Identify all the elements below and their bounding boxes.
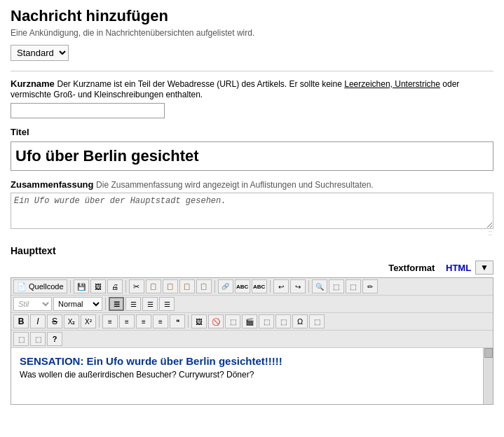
- toolbar-copy-btn[interactable]: 📋: [146, 279, 161, 293]
- accessibility-btn[interactable]: ⬚: [13, 332, 29, 346]
- spellcheck-icon: ABC: [236, 284, 248, 290]
- iframe-btn[interactable]: ⬚: [275, 314, 291, 328]
- type-dropdown-row: Standard: [11, 45, 493, 61]
- spellcheck2-icon: ABC: [253, 284, 265, 290]
- toolbar-row-2: Stil Normal ☰ ☰ ☰ ☰: [11, 296, 493, 313]
- format-select[interactable]: Normal: [53, 297, 102, 311]
- toolbar-sep-6: [105, 298, 106, 310]
- textformat-value: HTML: [446, 263, 471, 273]
- paste-word-icon: 📋: [200, 283, 207, 290]
- toolbar-sep-2: [125, 280, 126, 293]
- help-btn[interactable]: ?: [47, 332, 62, 346]
- zusammenfassung-label: Zusammenfassung: [11, 179, 93, 190]
- toolbar-redo-btn[interactable]: ↪: [290, 279, 306, 293]
- toolbar-resize-btn[interactable]: ⬚: [346, 279, 361, 293]
- cut-icon: ✂: [133, 282, 139, 291]
- toolbar-preview-btn[interactable]: 🖼: [90, 279, 106, 293]
- zusammenfassung-section: Zusammenfassung Die Zusammenfassung wird…: [11, 179, 493, 237]
- toolbar-replace-btn[interactable]: ⬚: [329, 279, 344, 293]
- type-dropdown[interactable]: Standard: [11, 45, 69, 61]
- flash-btn[interactable]: ⬚: [259, 314, 274, 328]
- toolbar-save-btn[interactable]: 💾: [74, 279, 89, 293]
- resize-icon: ⬚: [350, 283, 356, 291]
- haupttext-label: Haupttext: [11, 245, 493, 256]
- outdent-btn[interactable]: ≡: [136, 314, 151, 328]
- kurzname-desc: Der Kurzname ist ein Teil der Webadresse…: [11, 79, 459, 99]
- toolbar-cut-btn[interactable]: ✂: [129, 279, 144, 293]
- bold-btn[interactable]: B: [13, 314, 29, 328]
- kurzname-input[interactable]: [11, 103, 165, 118]
- toolbar-sep-8: [188, 315, 189, 328]
- toolbar-paste-text-btn[interactable]: 📋: [179, 279, 195, 293]
- editor-container: 📄 Quellcode 💾 🖼 🖨 ✂ 📋 📋 📋 📋 🔗 ABC ABC ↩: [11, 277, 493, 405]
- textformat-spacer: [439, 263, 442, 273]
- replace-icon: ⬚: [333, 283, 339, 291]
- style-select[interactable]: Stil: [13, 297, 52, 311]
- toolbar-undo-btn[interactable]: ↩: [273, 279, 289, 293]
- italic-btn[interactable]: I: [30, 314, 46, 328]
- ordered-list-btn[interactable]: ≡: [102, 314, 118, 328]
- zusammenfassung-note: Die Zusammenfassung wird angezeigt in Au…: [96, 180, 374, 190]
- quellcode-icon: 📄: [17, 282, 27, 291]
- toolbar-sep-1: [70, 280, 71, 293]
- edit-icon: ✏: [367, 283, 373, 291]
- specialchar-btn[interactable]: Ω: [292, 314, 308, 328]
- preview-icon: 🖼: [95, 283, 102, 291]
- resize-handle: ::: [11, 229, 493, 237]
- toolbar-spellcheck-btn[interactable]: ABC: [235, 279, 250, 293]
- toolbar-paste-word-btn[interactable]: 📋: [196, 279, 212, 293]
- media-btn[interactable]: 🎬: [242, 314, 257, 328]
- template-btn[interactable]: ⬚: [30, 332, 46, 346]
- find-icon: 🔍: [315, 283, 324, 291]
- align-justify-btn[interactable]: ☰: [159, 297, 175, 311]
- align-left-btn[interactable]: ☰: [109, 297, 124, 311]
- page-subtitle: Eine Ankündigung, die in Nachrichtenüber…: [11, 28, 493, 38]
- zusammenfassung-textarea[interactable]: Ein Ufo wurde über der Hauptstadt gesehe…: [11, 193, 493, 229]
- toolbar-link-btn[interactable]: 🔗: [218, 279, 233, 293]
- kurzname-label: Kurzname: [11, 78, 55, 89]
- editor-body: Was wollen die außerirdischen Besucher? …: [20, 370, 484, 380]
- textformat-dropdown-btn[interactable]: ▼: [475, 261, 493, 275]
- toolbar-row-3: B I S X₂ X² ≡ ≡ ≡ ≡ ❝ 🖼 🚫 ⬚ 🎬 ⬚ ⬚ Ω ⬚: [11, 313, 493, 331]
- pagebreak-btn[interactable]: ⬚: [309, 314, 325, 328]
- toolbar-edit-btn[interactable]: ✏: [362, 279, 378, 293]
- copy-icon: 📋: [149, 283, 157, 290]
- toolbar-paste-btn[interactable]: 📋: [163, 279, 178, 293]
- blockquote-btn[interactable]: ❝: [170, 314, 185, 328]
- zusammenfassung-label-row: Zusammenfassung Die Zusammenfassung wird…: [11, 179, 493, 190]
- indent-btn[interactable]: ≡: [153, 314, 168, 328]
- textformat-row: Textformat HTML ▼: [11, 261, 493, 275]
- haupttext-section: Haupttext Textformat HTML ▼ 📄 Quellcode …: [11, 245, 493, 405]
- page-container: Nachricht hinzufügen Eine Ankündigung, d…: [0, 0, 504, 412]
- divider: [11, 71, 493, 71]
- remove-format-btn[interactable]: 🚫: [208, 314, 224, 328]
- paste-icon: 📋: [166, 283, 174, 290]
- unordered-list-btn[interactable]: ≡: [119, 314, 135, 328]
- superscript-btn[interactable]: X²: [81, 314, 96, 328]
- table-btn[interactable]: ⬚: [225, 314, 240, 328]
- editor-wrapper: SENSATION: Ein Ufo wurde über Berlin ges…: [11, 348, 493, 404]
- align-center-btn[interactable]: ☰: [125, 297, 141, 311]
- align-right-btn[interactable]: ☰: [142, 297, 158, 311]
- titel-input[interactable]: [11, 141, 493, 171]
- image-btn[interactable]: 🖼: [191, 314, 207, 328]
- toolbar-spellcheck2-btn[interactable]: ABC: [252, 279, 267, 293]
- kurzname-section: Kurzname Der Kurzname ist ein Teil der W…: [11, 78, 493, 118]
- editor-scrollbar[interactable]: [483, 348, 493, 404]
- editor-content[interactable]: SENSATION: Ein Ufo wurde über Berlin ges…: [11, 348, 493, 404]
- quellcode-label: Quellcode: [29, 282, 64, 291]
- toolbar-find-btn[interactable]: 🔍: [312, 279, 327, 293]
- strikethrough-btn[interactable]: S: [47, 314, 62, 328]
- toolbar-print-btn[interactable]: 🖨: [107, 279, 123, 293]
- subscript-btn[interactable]: X₂: [64, 314, 79, 328]
- titel-label: Titel: [11, 127, 493, 137]
- paste-text-icon: 📋: [183, 283, 191, 290]
- toolbar-row-4: ⬚ ⬚ ?: [11, 331, 493, 348]
- quellcode-button[interactable]: 📄 Quellcode: [13, 279, 67, 293]
- toolbar-sep-5: [308, 280, 309, 293]
- save-icon: 💾: [77, 283, 86, 291]
- toolbar-sep-3: [214, 280, 215, 293]
- toolbar-sep-4: [270, 280, 271, 293]
- toolbar-row-1: 📄 Quellcode 💾 🖼 🖨 ✂ 📋 📋 📋 📋 🔗 ABC ABC ↩: [11, 278, 493, 296]
- redo-icon: ↪: [295, 283, 301, 291]
